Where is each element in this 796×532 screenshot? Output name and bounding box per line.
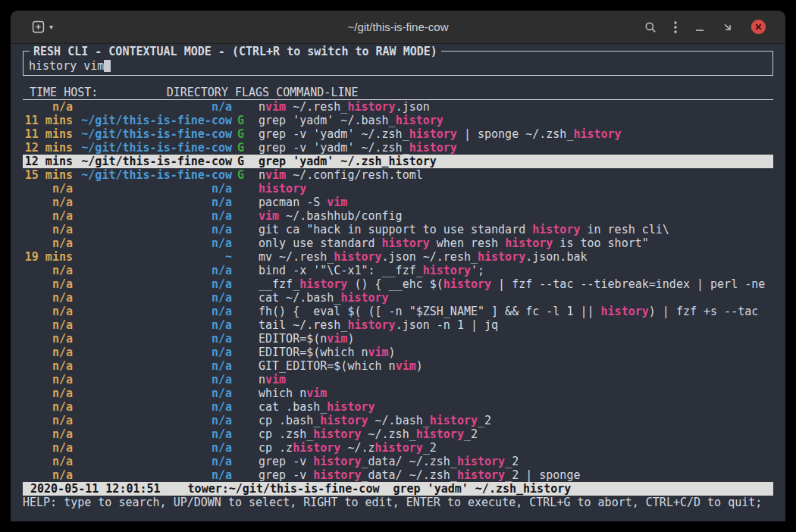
history-row[interactable]: n/an/abind -x '"\C-x1": __fzf_history'; (23, 264, 773, 277)
row-time: 12 mins (23, 141, 73, 155)
row-time: n/a (23, 359, 73, 373)
row-directory: n/a (80, 100, 232, 114)
row-directory: ~/git/this-is-fine-cow (80, 155, 232, 168)
match-highlight: history (347, 318, 395, 332)
row-directory: n/a (80, 182, 232, 196)
row-time: n/a (23, 414, 73, 427)
history-row[interactable]: n/an/aEDITOR=$(which nvim) (23, 346, 773, 359)
history-row[interactable]: n/an/atail ~/.resh_history.json -n 1 | j… (23, 318, 773, 332)
history-row[interactable]: 12 mins~/git/this-is-fine-cowGgrep -v 'y… (23, 141, 773, 155)
match-highlight: history (573, 127, 621, 141)
row-flags: G (237, 127, 252, 141)
search-input[interactable]: history vim (29, 59, 767, 73)
row-directory: n/a (80, 427, 232, 441)
history-row-selected[interactable]: 12 mins~/git/this-is-fine-cowGgrep 'yadm… (23, 155, 773, 168)
row-command: grep 'yadm' ~/.zsh_history (259, 155, 437, 168)
history-row[interactable]: n/an/agrep -v history_data/ ~/.zsh_histo… (23, 455, 773, 468)
history-row[interactable]: n/an/ahistory (23, 182, 773, 196)
row-command: EDITOR=$(which nvim) (259, 346, 396, 359)
search-button[interactable] (644, 21, 657, 33)
history-row[interactable]: n/an/acat ~/.bash_history (23, 291, 773, 305)
row-command: pacman -S vim (259, 196, 347, 209)
match-highlight: vim (327, 332, 347, 346)
history-row[interactable]: n/an/aEDITOR=$(nvim) (23, 332, 773, 346)
row-time: 19 mins (23, 250, 73, 264)
search-icon (644, 21, 657, 33)
terminal-content: RESH CLI - CONTEXTUAL MODE - (CTRL+R to … (11, 44, 785, 521)
row-directory: ~ (80, 250, 232, 264)
history-row[interactable]: n/an/aGIT_EDITOR=$(which nvim) (23, 359, 773, 373)
titlebar[interactable]: ▾ ~/git/this-is-fine-cow (11, 11, 785, 44)
history-list: n/an/anvim ~/.resh_history.json11 mins~/… (23, 100, 773, 482)
row-directory: ~/git/this-is-fine-cow (80, 141, 232, 155)
minimize-icon (694, 22, 705, 33)
row-time: n/a (23, 318, 73, 332)
text-cursor (104, 60, 111, 72)
row-command: vim ~/.bashhub/config (259, 209, 403, 223)
row-command: git ca "hack in support to use standard … (259, 223, 669, 236)
history-row[interactable]: n/an/agit ca "hack in support to use sta… (23, 223, 773, 236)
history-row[interactable]: 15 mins~/git/this-is-fine-cowGnvim ~/.co… (23, 168, 773, 182)
history-row[interactable]: n/an/aonly use standard history when res… (23, 236, 773, 250)
row-command: cat .bash_history (259, 400, 375, 414)
row-directory: n/a (80, 359, 232, 373)
history-row[interactable]: n/an/acp .zsh_history ~/.zsh_history_2 (23, 427, 773, 441)
row-command: only use standard history when resh hist… (259, 236, 649, 250)
history-row[interactable]: n/an/apacman -S vim (23, 196, 773, 209)
history-row[interactable]: n/an/awhich nvim (23, 386, 773, 400)
history-row[interactable]: n/an/agrep -v history_data/ ~/.zsh_histo… (23, 468, 773, 482)
row-directory: n/a (80, 386, 232, 400)
row-time: 11 mins (23, 127, 73, 141)
row-directory: n/a (80, 346, 232, 359)
row-command: grep -v 'yadm' ~/.zsh_history (259, 141, 457, 155)
row-flags: G (237, 114, 252, 127)
match-highlight: history (382, 236, 430, 250)
status-bar: 2020-05-11 12:01:51 tower:~/git/this-is-… (23, 482, 773, 496)
row-time: n/a (23, 346, 73, 359)
history-row[interactable]: n/an/anvim ~/.resh_history.json (23, 100, 773, 114)
match-highlight: history (416, 427, 464, 441)
history-row[interactable]: n/an/a__fzf_history () { __ehc $(history… (23, 277, 773, 291)
row-directory: n/a (80, 223, 232, 236)
history-row[interactable]: 11 mins~/git/this-is-fine-cowGgrep 'yadm… (23, 114, 773, 127)
row-directory: ~/git/this-is-fine-cow (80, 168, 232, 182)
row-flags: G (237, 155, 252, 168)
match-highlight: history (347, 100, 395, 114)
history-row[interactable]: n/an/avim ~/.bashhub/config (23, 209, 773, 223)
history-row[interactable]: n/an/acp .zhistory ~/.zhistory_2 (23, 441, 773, 455)
unmaximize-button[interactable] (722, 22, 733, 33)
match-highlight: history (478, 250, 525, 264)
row-command: nvim (259, 373, 286, 386)
menu-button[interactable] (674, 21, 677, 33)
history-row[interactable]: n/an/acat .bash_history (23, 400, 773, 414)
row-time: n/a (23, 291, 73, 305)
match-highlight: history (313, 427, 361, 441)
match-highlight: history (601, 305, 649, 318)
row-command: tail ~/.resh_history.json -n 1 | jq (259, 318, 498, 332)
row-command: grep -v history_data/ ~/.zsh_history_2 |… (259, 468, 580, 482)
match-highlight: history (327, 400, 374, 414)
history-row[interactable]: 11 mins~/git/this-is-fine-cowGgrep -v 'y… (23, 127, 773, 141)
match-highlight: vim (306, 386, 327, 400)
match-highlight: history (396, 114, 443, 127)
minimize-button[interactable] (694, 22, 705, 33)
kebab-menu-icon (674, 21, 677, 33)
history-row[interactable]: 19 mins~mv ~/.resh_history.json ~/.resh_… (23, 250, 773, 264)
row-directory: n/a (80, 373, 232, 386)
close-button[interactable] (751, 19, 766, 35)
history-row[interactable]: n/an/acp .bash_history ~/.bash_history_2 (23, 414, 773, 427)
row-flags: G (237, 141, 252, 155)
history-row[interactable]: n/an/anvim (23, 373, 773, 386)
match-highlight: history (375, 441, 423, 455)
row-time: n/a (23, 277, 73, 291)
status-location: tower:~/git/this-is-fine-cow (188, 482, 380, 496)
history-row[interactable]: n/an/afh() { eval $( ([ -n "$ZSH_NAME" ]… (23, 305, 773, 318)
close-icon (751, 19, 766, 35)
status-command: grep 'yadm' ~/.zsh_history (393, 482, 571, 496)
new-tab-button[interactable]: ▾ (32, 20, 53, 33)
row-time: n/a (23, 305, 73, 318)
row-time: n/a (23, 264, 73, 277)
row-time: n/a (23, 223, 73, 236)
row-directory: n/a (80, 291, 232, 305)
row-directory: n/a (80, 468, 232, 482)
